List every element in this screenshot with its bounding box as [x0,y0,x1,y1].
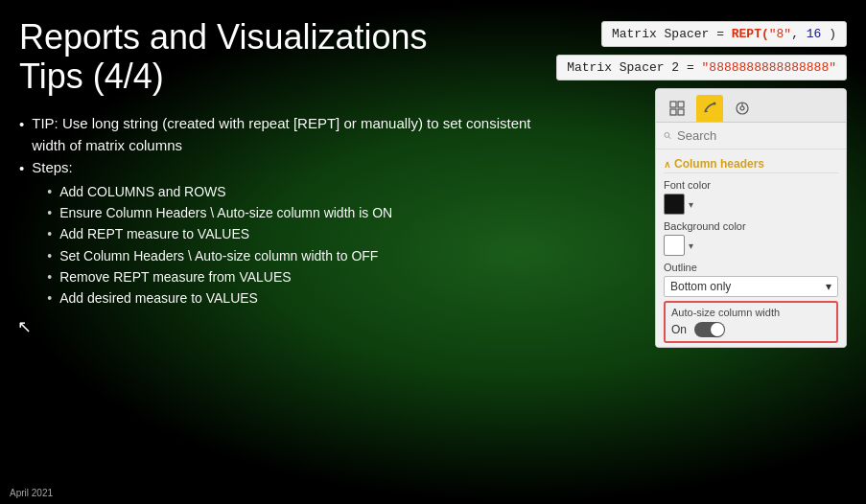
bg-color-label: Background color [664,220,838,232]
panel-tabs [656,89,846,123]
font-color-arrow[interactable]: ▾ [689,199,693,210]
section-header-column-headers: ∧ Column headers [664,153,838,173]
svg-rect-2 [670,109,676,115]
sub-bullet-list: Add COLUMNS and ROWS Ensure Column Heade… [32,181,392,309]
toggle-on-label: On [671,323,687,336]
sub-item-5: Remove REPT measure from VALUES [47,266,392,287]
format-tab[interactable] [696,95,723,122]
svg-rect-1 [678,102,684,107]
auto-size-section: Auto-size column width On [664,301,838,343]
search-icon [664,129,671,142]
analytics-tab[interactable] [729,95,756,122]
formula-box-2: Matrix Spacer 2 = "8888888888888888" [556,55,847,80]
bullet-tip: TIP: Use long string (created with repea… [19,112,540,157]
sub-item-2: Ensure Column Headers \ Auto-size column… [47,202,392,223]
section-label-text: Column headers [674,157,764,171]
outline-label: Outline [664,262,838,273]
formula-box-1: Matrix Spacer = REPT("8", 16 ) [601,21,847,47]
formula1-arg1: "8" [769,27,791,41]
outline-dropdown[interactable]: Bottom only ▾ [664,276,838,297]
right-panel: Matrix Spacer = REPT("8", 16 ) Matrix Sp… [550,17,847,494]
svg-point-8 [665,132,669,137]
section-chevron-icon: ∧ [664,159,670,170]
sub-item-3: Add REPT measure to VALUES [47,223,392,244]
bg-color-box[interactable] [664,235,685,256]
sub-item-6: Add desired measure to VALUES [47,287,392,309]
formula1-arg2: 16 [807,27,822,41]
sub-item-4: Set Column Headers \ Auto-size column wi… [47,245,392,266]
svg-line-9 [668,137,670,139]
svg-rect-3 [678,109,684,115]
search-input[interactable] [677,128,838,143]
outline-chevron-icon: ▾ [826,280,831,293]
formula1-sep: , [791,27,807,41]
font-color-swatch: ▾ [664,194,838,215]
steps-label: Steps: [32,159,73,175]
fields-tab[interactable] [664,95,690,122]
auto-size-toggle-row: On [671,322,831,337]
toggle-knob [711,323,724,336]
auto-size-toggle[interactable] [694,322,725,337]
formula2-prefix: Matrix Spacer 2 = [567,60,701,75]
bg-color-swatch: ▾ [664,235,838,256]
formula1-close: ) [821,27,836,41]
main-bullet-list: TIP: Use long string (created with repea… [19,112,540,309]
sub-item-1: Add COLUMNS and ROWS [47,181,392,202]
footer-text: April 2021 [10,488,53,498]
left-panel: Reports and Visualizations Tips (4/4) TI… [19,17,540,494]
font-color-label: Font color [664,179,838,191]
svg-point-4 [714,103,716,105]
page-title: Reports and Visualizations Tips (4/4) [19,17,540,97]
outline-value: Bottom only [670,280,731,293]
formula1-fn: REPT( [732,27,769,41]
svg-rect-0 [670,102,676,107]
format-panel: ∧ Column headers Font color ▾ Background… [655,88,847,348]
font-color-box[interactable] [664,194,685,215]
bullet-steps: Steps: Add COLUMNS and ROWS Ensure Colum… [19,156,540,309]
svg-point-6 [740,106,744,110]
bg-color-arrow[interactable]: ▾ [689,241,693,251]
auto-size-label: Auto-size column width [671,307,831,318]
main-content: Reports and Visualizations Tips (4/4) TI… [0,0,866,504]
formula1-prefix: Matrix Spacer = [612,27,732,41]
formula2-value: "8888888888888888" [702,60,836,75]
panel-section-column-headers: ∧ Column headers Font color ▾ Background… [656,149,846,347]
panel-search-row [656,123,846,149]
